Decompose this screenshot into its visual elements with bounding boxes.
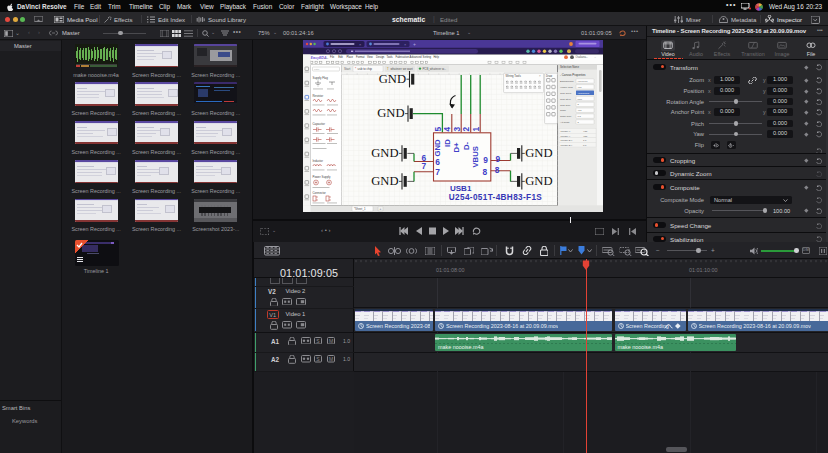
svg-text:#FFFFFF: #FFFFFF (578, 80, 589, 83)
svg-text:2: 2 (461, 127, 471, 132)
svg-text:Edit: Edit (338, 55, 343, 59)
svg-text:usb to chip: usb to chip (358, 67, 373, 71)
svg-text:D+: D+ (452, 142, 461, 153)
svg-text:Capacitor: Capacitor (313, 122, 325, 126)
svg-text:D-: D- (462, 141, 471, 150)
svg-text:9: 9 (496, 154, 501, 164)
svg-text:Fabrication: Fabrication (396, 55, 410, 59)
svg-text:Place: Place (346, 55, 353, 59)
svg-text:*Sheet_1: *Sheet_1 (354, 207, 366, 211)
svg-text:+: + (379, 207, 381, 211)
svg-text:M: M (329, 356, 333, 362)
svg-text:Supply Flag: Supply Flag (313, 76, 329, 80)
svg-text:Grid Size: Grid Size (560, 104, 571, 107)
svg-text:Format: Format (356, 55, 365, 59)
svg-text:T: T (387, 67, 389, 71)
svg-text:Mouse-X: Mouse-X (561, 130, 571, 133)
svg-text:View: View (367, 55, 373, 59)
svg-text:Help: Help (433, 55, 439, 59)
svg-text:Resistor: Resistor (313, 94, 324, 98)
svg-text:Selection None: Selection None (560, 65, 579, 69)
svg-text:Line: Line (578, 98, 583, 101)
svg-text:M: M (329, 337, 333, 343)
svg-text:whatever we want: whatever we want (391, 67, 414, 71)
svg-text:Grid Style: Grid Style (560, 98, 572, 101)
svg-text:Connector: Connector (313, 191, 326, 195)
svg-text:Wiring Tools: Wiring Tools (506, 74, 522, 78)
svg-text:8: 8 (482, 167, 487, 177)
svg-text:USB1: USB1 (450, 184, 472, 193)
svg-text:Mouse-DY: Mouse-DY (561, 144, 573, 147)
svg-text:Osakana...: Osakana... (576, 55, 589, 59)
svg-text:Start: Start (344, 67, 351, 71)
svg-text:1.6: 1.6 (583, 139, 587, 142)
svg-text:Grid Color: Grid Color (560, 92, 572, 95)
svg-text:GND: GND (377, 106, 404, 120)
svg-text:Design: Design (376, 55, 385, 59)
svg-text:U254-051T-4BH83-F1S: U254-051T-4BH83-F1S (449, 193, 543, 202)
svg-text:0.6: 0.6 (583, 144, 587, 147)
svg-text:GND: GND (371, 174, 398, 188)
svg-text:Background: Background (560, 80, 574, 83)
svg-text:3: 3 (452, 127, 462, 132)
svg-text:433: 433 (583, 130, 588, 133)
svg-text:Tools: Tools (386, 55, 393, 59)
svg-text:GND: GND (525, 174, 552, 188)
svg-text:Snap Size: Snap Size (560, 115, 572, 118)
svg-text:453: 453 (583, 135, 588, 138)
svg-text:6: 6 (435, 157, 440, 167)
svg-text:Alt Snap: Alt Snap (560, 121, 570, 124)
svg-text:1: 1 (471, 127, 481, 132)
svg-text:Draw: Draw (546, 74, 552, 78)
svg-text:7: 7 (435, 167, 440, 177)
svg-text:Snap: Snap (560, 109, 566, 112)
svg-text:VBUS: VBUS (471, 146, 480, 167)
svg-text:Mouse-DX: Mouse-DX (561, 139, 573, 142)
svg-text:GND: GND (433, 139, 442, 157)
svg-text:9: 9 (483, 155, 488, 165)
svg-text:Setting: Setting (423, 55, 432, 59)
svg-text:Visible Grid: Visible Grid (560, 86, 573, 89)
svg-text:S: S (316, 337, 320, 343)
svg-text:- Canvas Properties: - Canvas Properties (560, 73, 586, 77)
svg-text:8: 8 (495, 165, 500, 175)
svg-text:ID: ID (443, 139, 452, 147)
svg-text:⌄: ⌄ (594, 56, 596, 59)
svg-text:PCB_whatever w...: PCB_whatever w... (423, 67, 447, 71)
svg-text:File: File (330, 55, 335, 59)
svg-text:Filter: Filter (314, 68, 320, 71)
svg-text:GND: GND (371, 146, 398, 160)
svg-text:Mouse-Y: Mouse-Y (561, 135, 571, 138)
svg-text:S: S (316, 356, 320, 362)
svg-text:7: 7 (422, 161, 427, 171)
svg-text:Power Supply: Power Supply (313, 175, 331, 179)
svg-text:#CCCCCC: #CCCCCC (578, 92, 590, 95)
svg-text:Inductor: Inductor (313, 159, 323, 163)
svg-text:GND: GND (379, 72, 406, 86)
svg-text:Advanced: Advanced (410, 55, 422, 59)
svg-text:GND: GND (525, 146, 552, 160)
svg-text:+: + (413, 41, 416, 47)
